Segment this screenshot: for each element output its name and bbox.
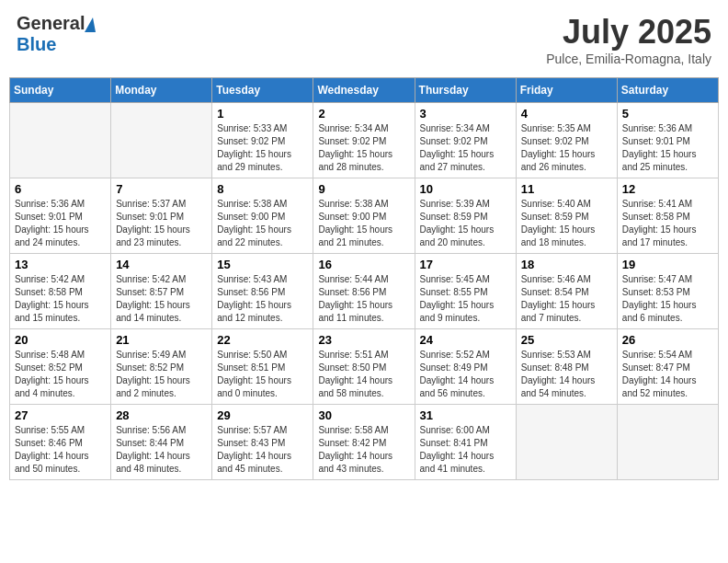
day-info: Sunrise: 5:41 AM Sunset: 8:58 PM Dayligh… (622, 198, 713, 249)
day-number: 8 (217, 182, 308, 196)
calendar-cell: 31Sunrise: 6:00 AM Sunset: 8:41 PM Dayli… (415, 405, 516, 480)
calendar-cell: 13Sunrise: 5:42 AM Sunset: 8:58 PM Dayli… (10, 254, 111, 329)
day-number: 15 (217, 258, 308, 271)
day-number: 29 (217, 408, 308, 422)
day-info: Sunrise: 5:48 AM Sunset: 8:52 PM Dayligh… (15, 349, 106, 400)
calendar-cell: 1Sunrise: 5:33 AM Sunset: 9:02 PM Daylig… (212, 103, 313, 178)
calendar-cell: 23Sunrise: 5:51 AM Sunset: 8:50 PM Dayli… (313, 329, 415, 405)
day-info: Sunrise: 5:43 AM Sunset: 8:56 PM Dayligh… (217, 273, 308, 325)
day-number: 11 (521, 182, 612, 196)
day-number: 27 (15, 408, 106, 422)
calendar-cell (10, 103, 111, 178)
day-number: 28 (116, 408, 207, 422)
day-number: 3 (420, 107, 511, 121)
calendar-week-1: 1Sunrise: 5:33 AM Sunset: 9:02 PM Daylig… (10, 103, 719, 178)
calendar-cell: 5Sunrise: 5:36 AM Sunset: 9:01 PM Daylig… (617, 103, 718, 178)
day-number: 31 (420, 408, 511, 422)
calendar-cell: 16Sunrise: 5:44 AM Sunset: 8:56 PM Dayli… (313, 254, 415, 329)
calendar-week-3: 13Sunrise: 5:42 AM Sunset: 8:58 PM Dayli… (10, 254, 719, 329)
day-info: Sunrise: 5:36 AM Sunset: 9:01 PM Dayligh… (622, 122, 713, 174)
header-thursday: Thursday (415, 78, 516, 103)
day-number: 4 (521, 107, 612, 121)
day-number: 17 (420, 258, 511, 271)
calendar-table: SundayMondayTuesdayWednesdayThursdayFrid… (9, 77, 719, 480)
page-header: General Blue July 2025 Pulce, Emilia-Rom… (9, 9, 719, 70)
day-number: 1 (217, 107, 308, 121)
calendar-cell: 7Sunrise: 5:37 AM Sunset: 9:01 PM Daylig… (111, 178, 212, 254)
day-info: Sunrise: 5:42 AM Sunset: 8:58 PM Dayligh… (15, 273, 106, 325)
calendar-cell: 26Sunrise: 5:54 AM Sunset: 8:47 PM Dayli… (617, 329, 718, 405)
calendar-cell: 17Sunrise: 5:45 AM Sunset: 8:55 PM Dayli… (415, 254, 516, 329)
day-number: 30 (318, 408, 409, 422)
calendar-cell: 29Sunrise: 5:57 AM Sunset: 8:43 PM Dayli… (212, 405, 313, 480)
logo: General Blue (17, 13, 96, 55)
calendar-cell: 11Sunrise: 5:40 AM Sunset: 8:59 PM Dayli… (516, 178, 617, 254)
calendar-cell: 24Sunrise: 5:52 AM Sunset: 8:49 PM Dayli… (415, 329, 516, 405)
calendar-cell: 22Sunrise: 5:50 AM Sunset: 8:51 PM Dayli… (212, 329, 313, 405)
calendar-week-5: 27Sunrise: 5:55 AM Sunset: 8:46 PM Dayli… (10, 405, 719, 480)
calendar-cell: 25Sunrise: 5:53 AM Sunset: 8:48 PM Dayli… (516, 329, 617, 405)
day-info: Sunrise: 5:46 AM Sunset: 8:54 PM Dayligh… (521, 273, 612, 325)
logo-general-text: General (17, 13, 85, 34)
calendar-cell: 4Sunrise: 5:35 AM Sunset: 9:02 PM Daylig… (516, 103, 617, 178)
day-number: 24 (420, 333, 511, 347)
day-number: 26 (622, 333, 713, 347)
logo-blue-text: Blue (17, 34, 56, 54)
calendar-subtitle: Pulce, Emilia-Romagna, Italy (546, 52, 711, 66)
day-info: Sunrise: 5:52 AM Sunset: 8:49 PM Dayligh… (420, 349, 511, 400)
day-number: 25 (521, 333, 612, 347)
day-info: Sunrise: 5:54 AM Sunset: 8:47 PM Dayligh… (622, 349, 713, 400)
calendar-cell: 15Sunrise: 5:43 AM Sunset: 8:56 PM Dayli… (212, 254, 313, 329)
day-number: 6 (15, 182, 106, 196)
day-number: 13 (15, 258, 106, 271)
calendar-cell: 18Sunrise: 5:46 AM Sunset: 8:54 PM Dayli… (516, 254, 617, 329)
day-info: Sunrise: 5:42 AM Sunset: 8:57 PM Dayligh… (116, 273, 207, 325)
day-number: 18 (521, 258, 612, 271)
calendar-cell: 2Sunrise: 5:34 AM Sunset: 9:02 PM Daylig… (313, 103, 415, 178)
day-number: 20 (15, 333, 106, 347)
calendar-cell: 27Sunrise: 5:55 AM Sunset: 8:46 PM Dayli… (10, 405, 111, 480)
header-friday: Friday (516, 78, 617, 103)
day-info: Sunrise: 5:45 AM Sunset: 8:55 PM Dayligh… (420, 273, 511, 325)
header-sunday: Sunday (10, 78, 111, 103)
day-info: Sunrise: 5:34 AM Sunset: 9:02 PM Dayligh… (420, 122, 511, 174)
day-info: Sunrise: 5:49 AM Sunset: 8:52 PM Dayligh… (116, 349, 207, 400)
day-info: Sunrise: 5:50 AM Sunset: 8:51 PM Dayligh… (217, 349, 308, 400)
day-number: 7 (116, 182, 207, 196)
day-number: 19 (622, 258, 713, 271)
day-info: Sunrise: 5:36 AM Sunset: 9:01 PM Dayligh… (15, 198, 106, 249)
calendar-cell: 8Sunrise: 5:38 AM Sunset: 9:00 PM Daylig… (212, 178, 313, 254)
calendar-week-2: 6Sunrise: 5:36 AM Sunset: 9:01 PM Daylig… (10, 178, 719, 254)
calendar-cell: 10Sunrise: 5:39 AM Sunset: 8:59 PM Dayli… (415, 178, 516, 254)
day-info: Sunrise: 5:35 AM Sunset: 9:02 PM Dayligh… (521, 122, 612, 174)
day-number: 23 (318, 333, 409, 347)
day-number: 21 (116, 333, 207, 347)
day-info: Sunrise: 5:55 AM Sunset: 8:46 PM Dayligh… (15, 424, 106, 476)
day-info: Sunrise: 5:51 AM Sunset: 8:50 PM Dayligh… (318, 349, 409, 400)
calendar-cell: 14Sunrise: 5:42 AM Sunset: 8:57 PM Dayli… (111, 254, 212, 329)
header-tuesday: Tuesday (212, 78, 313, 103)
calendar-cell: 21Sunrise: 5:49 AM Sunset: 8:52 PM Dayli… (111, 329, 212, 405)
calendar-cell: 6Sunrise: 5:36 AM Sunset: 9:01 PM Daylig… (10, 178, 111, 254)
day-info: Sunrise: 5:40 AM Sunset: 8:59 PM Dayligh… (521, 198, 612, 249)
calendar-header-row: SundayMondayTuesdayWednesdayThursdayFrid… (10, 78, 719, 103)
logo-triangle-icon (85, 17, 96, 32)
day-number: 22 (217, 333, 308, 347)
header-monday: Monday (111, 78, 212, 103)
day-info: Sunrise: 5:38 AM Sunset: 9:00 PM Dayligh… (318, 198, 409, 249)
header-wednesday: Wednesday (313, 78, 415, 103)
day-info: Sunrise: 5:33 AM Sunset: 9:02 PM Dayligh… (217, 122, 308, 174)
day-info: Sunrise: 5:58 AM Sunset: 8:42 PM Dayligh… (318, 424, 409, 476)
title-block: July 2025 Pulce, Emilia-Romagna, Italy (546, 13, 711, 66)
calendar-cell: 20Sunrise: 5:48 AM Sunset: 8:52 PM Dayli… (10, 329, 111, 405)
day-info: Sunrise: 5:56 AM Sunset: 8:44 PM Dayligh… (116, 424, 207, 476)
calendar-cell (111, 103, 212, 178)
day-info: Sunrise: 5:37 AM Sunset: 9:01 PM Dayligh… (116, 198, 207, 249)
day-info: Sunrise: 5:38 AM Sunset: 9:00 PM Dayligh… (217, 198, 308, 249)
day-number: 9 (318, 182, 409, 196)
day-number: 12 (622, 182, 713, 196)
calendar-cell: 28Sunrise: 5:56 AM Sunset: 8:44 PM Dayli… (111, 405, 212, 480)
day-number: 16 (318, 258, 409, 271)
day-info: Sunrise: 5:44 AM Sunset: 8:56 PM Dayligh… (318, 273, 409, 325)
day-info: Sunrise: 5:39 AM Sunset: 8:59 PM Dayligh… (420, 198, 511, 249)
